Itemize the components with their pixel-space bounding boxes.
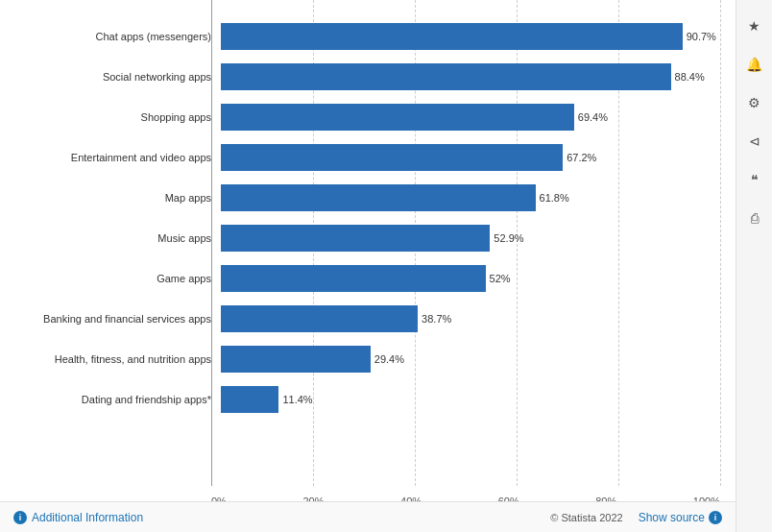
bar — [221, 386, 278, 413]
bar-value-label: 38.7% — [422, 313, 451, 325]
bar-value-label: 88.4% — [675, 71, 705, 83]
quote-icon[interactable]: ❝ — [744, 169, 765, 190]
share-icon[interactable]: ⊲ — [744, 131, 765, 152]
show-source-label: Show source — [639, 511, 705, 524]
bar-container: 69.4% — [221, 104, 726, 131]
bar-value-label: 90.7% — [687, 31, 716, 42]
bar-row: Shopping apps69.4% — [19, 100, 726, 134]
sidebar: ★🔔⚙⊲❝⎙ — [736, 0, 772, 532]
statista-credit: © Statista 2022 — [550, 512, 622, 523]
bar-value-label: 29.4% — [374, 353, 404, 365]
bar-label: Banking and financial services apps — [19, 313, 221, 325]
bars-section: Chat apps (messengers)90.7%Social networ… — [0, 0, 736, 532]
bar-value-label: 67.2% — [567, 152, 596, 163]
bar-row: Music apps52.9% — [19, 221, 726, 255]
bar-label: Social networking apps — [19, 71, 221, 83]
bell-icon[interactable]: 🔔 — [744, 54, 765, 75]
bar — [221, 104, 574, 131]
bar-value-label: 69.4% — [578, 111, 608, 123]
bar-row: Entertainment and video apps67.2% — [19, 140, 726, 175]
bar-value-label: 52.9% — [494, 232, 523, 244]
bar-label: Shopping apps — [19, 111, 221, 123]
bar-row: Map apps61.8% — [19, 181, 726, 215]
print-icon[interactable]: ⎙ — [744, 207, 765, 229]
bar-container: 88.4% — [221, 63, 726, 90]
show-source-button[interactable]: Show source i — [639, 511, 722, 524]
bar-label: Chat apps (messengers) — [19, 31, 221, 42]
bar-container: 61.8% — [221, 184, 726, 211]
bar — [221, 184, 536, 211]
bar-row: Social networking apps88.4% — [19, 60, 726, 94]
bar-row: Banking and financial services apps38.7% — [19, 302, 726, 336]
bar — [221, 63, 671, 90]
bars-container: Chat apps (messengers)90.7%Social networ… — [19, 12, 726, 417]
bar — [221, 305, 418, 332]
bar-label: Entertainment and video apps — [19, 152, 221, 163]
footer-right: © Statista 2022 Show source i — [550, 511, 722, 524]
bar-row: Game apps52% — [19, 261, 726, 296]
bar-row: Dating and friendship apps*11.4% — [19, 382, 726, 417]
bar — [221, 23, 683, 50]
gear-icon[interactable]: ⚙ — [744, 92, 765, 113]
bar-value-label: 11.4% — [282, 394, 312, 405]
bar — [221, 265, 486, 292]
bar-value-label: 61.8% — [540, 192, 569, 204]
bar — [221, 144, 563, 171]
bar-container: 11.4% — [221, 386, 726, 413]
bar-container: 38.7% — [221, 305, 726, 332]
additional-info-label: Additional Information — [32, 511, 143, 524]
bar-label: Music apps — [19, 232, 221, 244]
bar-label: Health, fitness, and nutrition apps — [19, 353, 221, 365]
bar-label: Dating and friendship apps* — [19, 394, 221, 405]
bar-label: Game apps — [19, 273, 221, 284]
info-icon: i — [13, 511, 27, 524]
bar — [221, 225, 490, 252]
bar — [221, 346, 371, 373]
bar-container: 52.9% — [221, 225, 726, 252]
bar-container: 67.2% — [221, 144, 726, 171]
chart-wrapper: Chat apps (messengers)90.7%Social networ… — [0, 0, 736, 532]
bar-label: Map apps — [19, 192, 221, 204]
bar-container: 90.7% — [221, 23, 726, 50]
bar-value-label: 52% — [490, 273, 511, 284]
star-icon[interactable]: ★ — [744, 15, 765, 36]
bar-row: Chat apps (messengers)90.7% — [19, 19, 726, 54]
bar-row: Health, fitness, and nutrition apps29.4% — [19, 342, 726, 376]
chart-footer: i Additional Information © Statista 2022… — [0, 501, 736, 532]
bar-container: 52% — [221, 265, 726, 292]
additional-info-button[interactable]: i Additional Information — [13, 511, 143, 524]
source-info-icon: i — [709, 511, 722, 524]
bar-container: 29.4% — [221, 346, 726, 373]
